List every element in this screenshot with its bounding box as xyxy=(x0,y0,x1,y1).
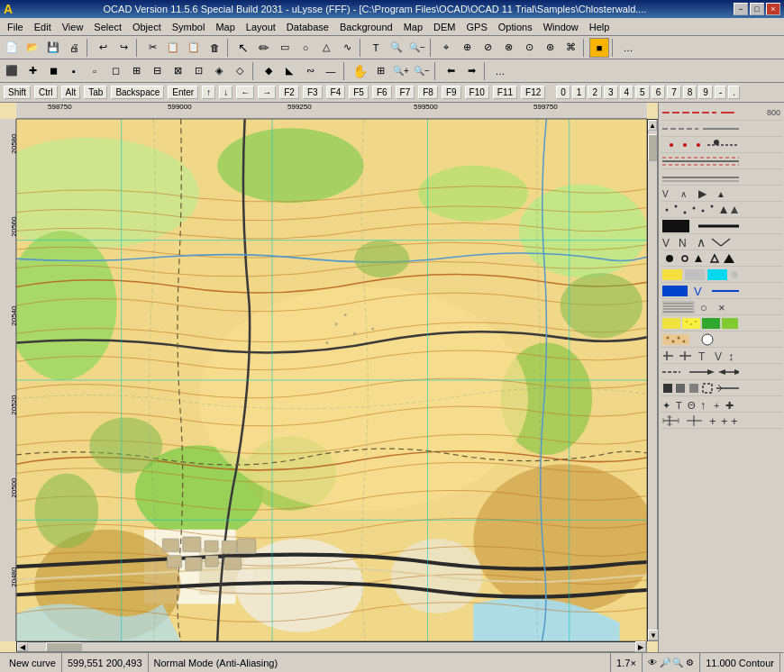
map-canvas[interactable] xyxy=(16,119,647,641)
symbol-row-17[interactable] xyxy=(661,380,782,396)
new-button[interactable]: 📄 xyxy=(2,38,22,58)
draw-tool[interactable]: ✏ xyxy=(254,38,274,58)
prev-view[interactable]: ⬅ xyxy=(441,61,460,81)
tool-extra5[interactable]: ⊙ xyxy=(519,38,539,58)
menu-gps[interactable]: GPS xyxy=(461,20,493,34)
key-f2[interactable]: F2 xyxy=(279,86,299,99)
draw-mode10[interactable]: ⊡ xyxy=(188,61,208,81)
symbol-row-18[interactable]: ✦ T Θ ↑ + ✚ xyxy=(661,396,782,413)
key-f6[interactable]: F6 xyxy=(372,86,392,99)
menu-layout[interactable]: Layout xyxy=(241,20,281,34)
zoom-out-btn[interactable]: 🔍− xyxy=(412,61,432,81)
symbol-panel[interactable]: 800 xyxy=(658,103,784,652)
menu-object[interactable]: Object xyxy=(127,20,167,34)
horizontal-scrollbar[interactable]: ◀ ▶ xyxy=(16,641,647,652)
highlight-button[interactable]: ■ xyxy=(589,38,609,58)
redo-button[interactable]: ↪ xyxy=(114,38,133,58)
delete-button[interactable]: 🗑 xyxy=(205,38,224,58)
next-view[interactable]: ➡ xyxy=(461,61,481,81)
menu-help[interactable]: Help xyxy=(584,20,615,34)
circle-tool[interactable]: ○ xyxy=(296,38,315,58)
paste-button[interactable]: 📋 xyxy=(184,38,204,58)
smooth-tool[interactable]: ∾ xyxy=(300,61,320,81)
cut-button[interactable]: ✂ xyxy=(142,38,162,58)
text-tool[interactable]: T xyxy=(366,38,386,58)
symbol-row-11[interactable]: V xyxy=(661,283,782,299)
zoom-out-button[interactable]: 🔍− xyxy=(407,38,427,58)
key-enter[interactable]: Enter xyxy=(168,86,198,99)
key-1[interactable]: 1 xyxy=(572,86,587,99)
key-right[interactable]: → xyxy=(258,86,276,99)
symbol-row-5[interactable]: V ∧ ▶ ▲ xyxy=(661,186,782,202)
tool-extra2[interactable]: ⊕ xyxy=(457,38,477,58)
key-5[interactable]: 5 xyxy=(635,86,650,99)
symbol-row-12[interactable]: ○ × xyxy=(661,299,782,315)
undo-button[interactable]: ↩ xyxy=(93,38,113,58)
draw-mode12[interactable]: ◇ xyxy=(230,61,250,81)
symbol-row-2[interactable] xyxy=(661,137,782,153)
key-shift[interactable]: Shift xyxy=(4,86,31,99)
key-9[interactable]: 9 xyxy=(698,86,713,99)
draw-mode7[interactable]: ⊞ xyxy=(126,61,146,81)
symbol-row-4[interactable] xyxy=(661,169,782,186)
pan-tool[interactable]: ✋ xyxy=(350,61,369,81)
symbol-row-7[interactable] xyxy=(661,218,782,234)
key-f10[interactable]: F10 xyxy=(465,86,489,99)
symbol-row-1[interactable] xyxy=(661,121,782,137)
draw-mode1[interactable]: ⬛ xyxy=(2,61,22,81)
key-f12[interactable]: F12 xyxy=(521,86,545,99)
symbol-row-6[interactable] xyxy=(661,202,782,218)
draw-mode4[interactable]: ▪ xyxy=(64,61,84,81)
print-button[interactable]: 🖨 xyxy=(64,38,84,58)
symbol-row-8[interactable]: V N ∧ xyxy=(661,234,782,250)
key-2[interactable]: 2 xyxy=(588,86,602,99)
menu-file[interactable]: File xyxy=(2,20,29,34)
vertical-scrollbar[interactable]: ▲ ▼ xyxy=(647,119,658,641)
key-up[interactable]: ↑ xyxy=(202,86,215,99)
key-f7[interactable]: F7 xyxy=(396,86,415,99)
menu-view[interactable]: View xyxy=(57,20,89,34)
draw-mode6[interactable]: ◻ xyxy=(105,61,125,81)
symbol-row-9[interactable] xyxy=(661,250,782,267)
map-container[interactable]: 598750 599000 599250 599500 599750 20580… xyxy=(0,103,658,652)
open-button[interactable]: 📂 xyxy=(23,38,42,58)
menu-options[interactable]: Options xyxy=(493,20,538,34)
draw-mode2[interactable]: ✚ xyxy=(23,61,42,81)
symbol-row-14[interactable] xyxy=(661,331,782,348)
key-f8[interactable]: F8 xyxy=(418,86,438,99)
corner-tool[interactable]: ◣ xyxy=(279,61,299,81)
symbol-row-16[interactable] xyxy=(661,364,782,380)
symbol-row-10[interactable] xyxy=(661,267,782,283)
key-alt[interactable]: Alt xyxy=(61,86,81,99)
draw-mode5[interactable]: ▫ xyxy=(85,61,105,81)
save-button[interactable]: 💾 xyxy=(43,38,63,58)
close-button[interactable]: × xyxy=(766,3,780,15)
menu-dem[interactable]: DEM xyxy=(428,20,460,34)
key-tab[interactable]: Tab xyxy=(84,86,107,99)
tool-extra7[interactable]: ⌘ xyxy=(561,38,580,58)
key-7[interactable]: 7 xyxy=(667,86,681,99)
key-8[interactable]: 8 xyxy=(683,86,697,99)
draw-mode11[interactable]: ◈ xyxy=(209,61,229,81)
more-draw-tools[interactable]: … xyxy=(490,61,510,81)
menu-edit[interactable]: Edit xyxy=(29,20,57,34)
zoom-in-btn[interactable]: 🔍+ xyxy=(391,61,411,81)
zoom-in-button[interactable]: 🔍 xyxy=(387,38,406,58)
node-edit[interactable]: ◆ xyxy=(259,61,278,81)
area-tool[interactable]: ▭ xyxy=(275,38,295,58)
tool-extra4[interactable]: ⊗ xyxy=(498,38,518,58)
draw-mode8[interactable]: ⊟ xyxy=(147,61,167,81)
tool-extra1[interactable]: ⌖ xyxy=(436,38,456,58)
key-down[interactable]: ↓ xyxy=(219,86,232,99)
minimize-button[interactable]: − xyxy=(734,3,748,15)
menu-background[interactable]: Background xyxy=(334,20,398,34)
key-6[interactable]: 6 xyxy=(652,86,666,99)
key-f5[interactable]: F5 xyxy=(349,86,369,99)
key-f3[interactable]: F3 xyxy=(303,86,323,99)
menu-symbol[interactable]: Symbol xyxy=(167,20,211,34)
key-ctrl[interactable]: Ctrl xyxy=(34,86,58,99)
draw-mode3[interactable]: ◼ xyxy=(43,61,63,81)
bezier-tool[interactable]: ∿ xyxy=(337,38,357,58)
key-dash[interactable]: - xyxy=(715,86,726,99)
key-4[interactable]: 4 xyxy=(620,86,634,99)
